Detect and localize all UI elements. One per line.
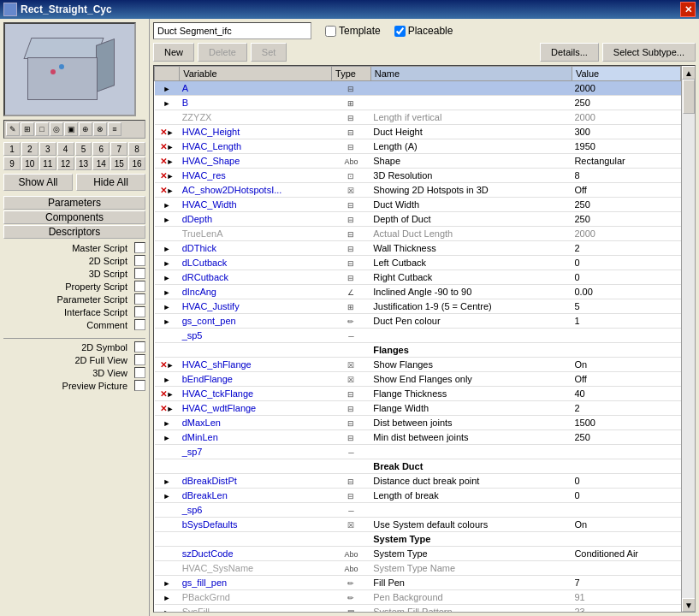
parameter-script-checkbox[interactable] <box>134 293 145 305</box>
row-variable: dDepth <box>180 212 332 227</box>
row-type: ✏ <box>332 314 371 329</box>
table-row[interactable]: ✕► HVAC_Length ⊟ Length (A) 1950 <box>155 139 681 154</box>
num-btn-9[interactable]: 9 <box>3 157 21 170</box>
table-row[interactable]: ► gs_fill_pen ✏ Fill Pen 7 <box>155 576 681 590</box>
2d-script-checkbox[interactable] <box>134 255 145 266</box>
table-row[interactable]: ► dMaxLen ⊟ Dist between joints 1500 <box>155 416 681 430</box>
placeable-checkbox[interactable] <box>394 26 406 37</box>
property-script-checkbox[interactable] <box>134 281 145 292</box>
col-header-type: Type <box>332 67 371 81</box>
table-row[interactable]: ► dRCutback ⊟ Right Cutback 0 <box>155 270 681 285</box>
num-btn-3[interactable]: 3 <box>39 142 56 156</box>
components-tab[interactable]: Components <box>3 210 145 224</box>
num-btn-1[interactable]: 1 <box>3 142 21 156</box>
table-row[interactable]: ► dMinLen ⊟ Min dist between joints 250 <box>155 430 681 445</box>
num-btn-13[interactable]: 13 <box>75 157 92 170</box>
num-btn-2[interactable]: 2 <box>21 142 39 156</box>
table-row[interactable]: ► HVAC_Width ⊟ Duct Width 250 <box>155 198 681 212</box>
template-label: Template <box>339 25 381 37</box>
table-row[interactable]: ► dIncAng ∠ Inclined Angle -90 to 90 0.0… <box>155 285 681 299</box>
table-row[interactable]: _sp7 ─ <box>155 445 681 459</box>
num-btn-6[interactable]: 6 <box>92 142 110 156</box>
segment-dropdown[interactable] <box>153 22 311 39</box>
toolbar-icon-1[interactable]: ✎ <box>6 122 20 136</box>
2d-full-view-checkbox[interactable] <box>134 354 145 365</box>
row-type: ⊟ <box>332 110 371 125</box>
scroll-up-button[interactable]: ▲ <box>682 66 696 80</box>
table-row[interactable]: szDuctCode Abo System Type Conditioned A… <box>155 547 681 561</box>
table-row[interactable]: bSysDefaults ☒ Use System default colour… <box>155 518 681 532</box>
close-button[interactable]: ✕ <box>680 2 696 17</box>
table-row[interactable]: ► bEndFlange ☒ Show End Flanges only Off <box>155 372 681 387</box>
num-btn-8[interactable]: 8 <box>128 142 145 156</box>
row-value: 0 <box>572 474 680 489</box>
num-btn-4[interactable]: 4 <box>57 142 74 156</box>
num-btn-7[interactable]: 7 <box>110 142 127 156</box>
number-row-1: 1 2 3 4 5 6 7 8 <box>3 142 145 156</box>
toolbar-icon-6[interactable]: ⊕ <box>79 122 92 136</box>
num-btn-15[interactable]: 15 <box>110 157 127 170</box>
num-btn-16[interactable]: 16 <box>128 157 145 170</box>
table-row[interactable]: HVAC_SysName Abo System Type Name <box>155 561 681 576</box>
table-row[interactable]: _sp5 ─ <box>155 329 681 343</box>
comment-checkbox[interactable] <box>134 319 145 330</box>
template-checkbox[interactable] <box>325 26 336 37</box>
descriptors-tab[interactable]: Descriptors <box>3 225 145 239</box>
table-row[interactable]: ZZYZX ⊟ Length if vertical 2000 <box>155 110 681 125</box>
table-row[interactable]: ✕► AC_show2DHotspotsI... ☒ Showing 2D Ho… <box>155 183 681 198</box>
main-container: ✎ ⊞ □ ◎ ▣ ⊕ ⊗ ≡ 1 2 3 4 5 6 7 8 9 10 1 <box>0 19 699 616</box>
show-all-button[interactable]: Show All <box>3 174 73 191</box>
row-value: 250 <box>572 198 680 212</box>
delete-button[interactable]: Delete <box>198 43 247 62</box>
table-row[interactable]: ► dLCutback ⊟ Left Cutback 0 <box>155 256 681 270</box>
table-row[interactable]: TrueLenA ⊟ Actual Duct Length 2000 <box>155 227 681 241</box>
interface-script-checkbox[interactable] <box>134 306 145 317</box>
scroll-thumb[interactable] <box>683 80 695 114</box>
table-row[interactable]: ✕► HVAC_Height ⊟ Duct Height 300 <box>155 125 681 139</box>
table-row[interactable]: ✕► HVAC_wdtFlange ⊟ Flange Width 2 <box>155 401 681 416</box>
toolbar-icon-4[interactable]: ◎ <box>50 122 63 136</box>
row-name: Distance duct break point <box>370 474 572 489</box>
table-row[interactable]: ✕► HVAC_res ⊡ 3D Resolution 8 <box>155 169 681 183</box>
table-row[interactable]: ► PBackGrnd ✏ Pen Background 91 <box>155 590 681 605</box>
table-row[interactable]: ► gs_cont_pen ✏ Duct Pen colour 1 <box>155 314 681 329</box>
num-btn-10[interactable]: 10 <box>21 157 39 170</box>
table-row[interactable]: ► dDepth ⊟ Depth of Duct 250 <box>155 212 681 227</box>
num-btn-11[interactable]: 11 <box>39 157 56 170</box>
master-script-checkbox[interactable] <box>134 242 145 253</box>
num-btn-14[interactable]: 14 <box>92 157 110 170</box>
table-row[interactable]: ► dBreakDistPt ⊟ Distance duct break poi… <box>155 474 681 489</box>
toolbar-icon-7[interactable]: ⊗ <box>93 122 107 136</box>
3d-script-checkbox[interactable] <box>134 268 145 279</box>
details-button[interactable]: Details... <box>540 43 599 62</box>
toolbar-icon-8[interactable]: ≡ <box>108 122 121 136</box>
toolbar-icon-5[interactable]: ▣ <box>64 122 78 136</box>
table-row[interactable]: _sp6 ─ <box>155 503 681 518</box>
row-indicator: ► <box>155 212 180 227</box>
row-name <box>370 445 572 459</box>
select-subtype-button[interactable]: Select Subtype... <box>602 43 696 62</box>
table-row[interactable]: ✕► HVAC_shFlange ☒ Show Flanges On <box>155 358 681 372</box>
parameters-tab[interactable]: Parameters <box>3 196 145 210</box>
table-row[interactable]: ► SysFill ▤ System Fill Pattern 23 <box>155 605 681 613</box>
num-btn-12[interactable]: 12 <box>57 157 74 170</box>
table-row[interactable]: ► B ⊞ 250 <box>155 96 681 110</box>
scrollbar[interactable]: ▲ ▼ <box>681 66 695 612</box>
table-scroll[interactable]: Variable Type Name Value ► A ⊟ 2000 ► B … <box>154 66 681 612</box>
3d-view-checkbox[interactable] <box>134 367 145 378</box>
num-btn-5[interactable]: 5 <box>75 142 92 156</box>
preview-picture-checkbox[interactable] <box>134 380 145 391</box>
toolbar-icon-3[interactable]: □ <box>35 122 49 136</box>
set-button[interactable]: Set <box>251 43 287 62</box>
scroll-down-button[interactable]: ▼ <box>682 598 696 612</box>
hide-all-button[interactable]: Hide All <box>76 174 145 191</box>
table-row[interactable]: ✕► HVAC_Shape Abo Shape Rectangular <box>155 154 681 169</box>
table-row[interactable]: ✕► HVAC_tckFlange ⊟ Flange Thickness 40 <box>155 387 681 401</box>
table-row[interactable]: ► dDThick ⊟ Wall Thickness 2 <box>155 241 681 256</box>
table-row[interactable]: ► dBreakLen ⊟ Length of break 0 <box>155 489 681 503</box>
table-row[interactable]: ► HVAC_Justify ⊞ Justification 1-9 (5 = … <box>155 299 681 314</box>
new-button[interactable]: New <box>153 43 194 62</box>
toolbar-icon-2[interactable]: ⊞ <box>21 122 34 136</box>
table-row[interactable]: ► A ⊟ 2000 <box>155 81 681 96</box>
2d-symbol-checkbox[interactable] <box>134 341 145 352</box>
